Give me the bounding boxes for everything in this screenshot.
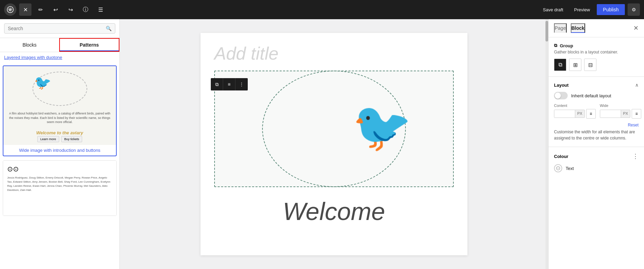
card1-welcome: Welcome to the aviary bbox=[3, 130, 116, 135]
content-unit: PX bbox=[575, 110, 584, 118]
save-draft-button[interactable]: Save draft bbox=[539, 5, 567, 14]
wide-unit: PX bbox=[621, 110, 630, 118]
toolbar-copy-btn[interactable]: ⧉ bbox=[211, 78, 223, 90]
pattern-card-aviary[interactable]: 🐦 A film about hobbyist bird watchers, a… bbox=[3, 65, 117, 156]
content-label: Content bbox=[554, 103, 596, 108]
layout-section: Layout ∧ Inherit default layout Content … bbox=[549, 77, 644, 147]
topbar-left: W ✕ ✏ ↩ ↪ ⓘ ☰ bbox=[4, 3, 536, 16]
group-icons-row: ⧉ ⊞ ⊟ bbox=[554, 59, 639, 71]
layout-header: Layout ∧ bbox=[554, 82, 639, 88]
wide-group: Wide PX ≡ bbox=[600, 103, 642, 119]
toolbar-align-btn[interactable]: ≡ bbox=[223, 78, 235, 90]
tab-blocks[interactable]: Blocks bbox=[0, 38, 59, 52]
card1-buy-btn[interactable]: Buy tickets bbox=[61, 136, 82, 142]
canvas-area: ⧉ ≡ ⋮ Add title 🐦 Welcome bbox=[120, 19, 548, 269]
redo-button[interactable]: ↪ bbox=[64, 3, 77, 16]
colour-more-button[interactable]: ⋮ bbox=[632, 152, 639, 160]
svg-text:W: W bbox=[9, 8, 12, 12]
sidebar-content: 🐦 A film about hobbyist bird watchers, a… bbox=[0, 63, 119, 269]
right-sidebar: Page Block ✕ ⧉ Group Gather blocks in a … bbox=[548, 19, 644, 269]
menu-button[interactable]: ☰ bbox=[94, 3, 107, 16]
card1-label[interactable]: Wide image with introduction and buttons bbox=[3, 145, 116, 156]
topbar: W ✕ ✏ ↩ ↪ ⓘ ☰ Save draft Preview Publish… bbox=[0, 0, 644, 19]
group-title-row: ⧉ Group bbox=[554, 43, 639, 48]
content-wide-row: Content PX ≡ Wide PX bbox=[554, 103, 639, 119]
wide-align-button[interactable]: ≡ bbox=[632, 109, 641, 119]
group-icon: ⧉ bbox=[554, 43, 557, 48]
pattern-card-credits[interactable]: ⊙⊙ Jesús Rodriguez, Doug Stilton, Emery … bbox=[3, 160, 117, 216]
tab-patterns[interactable]: Patterns bbox=[59, 38, 120, 52]
canvas-scroll[interactable]: ⧉ ≡ ⋮ Add title 🐦 Welcome bbox=[120, 19, 548, 269]
group-title: Group bbox=[560, 43, 573, 48]
preview-button[interactable]: Preview bbox=[570, 5, 594, 14]
wide-input-group: PX bbox=[600, 110, 631, 118]
group-icon-btn-1[interactable]: ⧉ bbox=[554, 59, 566, 71]
patterns-category-label[interactable]: Layered images with duotone bbox=[0, 52, 119, 63]
colour-text-row: Text bbox=[554, 164, 639, 172]
topbar-right: Save draft Preview Publish ⚙ bbox=[539, 3, 640, 16]
search-box: 🔍 bbox=[4, 23, 115, 34]
block-toolbar: ⧉ ≡ ⋮ bbox=[211, 78, 248, 90]
right-sidebar-header: Page Block ✕ bbox=[549, 19, 644, 37]
reset-button[interactable]: Reset bbox=[628, 123, 639, 127]
tab-block[interactable]: Block bbox=[571, 23, 585, 33]
canvas-title[interactable]: Add title bbox=[201, 33, 467, 67]
wide-label: Wide bbox=[600, 103, 642, 108]
sidebar-tabs: Blocks Patterns bbox=[0, 38, 119, 52]
layout-title: Layout bbox=[554, 83, 569, 88]
close-right-panel-button[interactable]: ✕ bbox=[633, 24, 639, 32]
pattern-card-preview-aviary: 🐦 A film about hobbyist bird watchers, a… bbox=[3, 66, 116, 145]
edit-button[interactable]: ✏ bbox=[34, 3, 47, 16]
wp-logo[interactable]: W bbox=[4, 3, 16, 16]
search-icon[interactable]: 🔍 bbox=[106, 26, 112, 31]
content-align-button[interactable]: ≡ bbox=[586, 109, 596, 119]
customise-text: Customise the width for all elements tha… bbox=[554, 127, 639, 141]
content-width-input[interactable] bbox=[554, 110, 575, 118]
left-sidebar: 🔍 Blocks Patterns Layered images with du… bbox=[0, 19, 120, 269]
card2-credits: Jesús Rodriguez, Doug Stilton, Emery Dri… bbox=[7, 176, 112, 192]
inherit-layout-toggle[interactable] bbox=[554, 92, 568, 99]
layout-collapse-button[interactable]: ∧ bbox=[635, 82, 639, 88]
canvas-page: ⧉ ≡ ⋮ Add title 🐦 Welcome bbox=[201, 33, 467, 255]
circles-icon: ⊙⊙ bbox=[7, 165, 19, 173]
colour-title: Colour bbox=[554, 154, 568, 159]
undo-button[interactable]: ↩ bbox=[49, 3, 62, 16]
tab-page[interactable]: Page bbox=[554, 23, 567, 33]
toolbar-more-btn[interactable]: ⋮ bbox=[235, 78, 248, 90]
group-icon-btn-2[interactable]: ⊞ bbox=[569, 59, 581, 71]
content-input-group: PX bbox=[554, 110, 585, 118]
card1-desc: A film about hobbyist bird watchers, a c… bbox=[3, 111, 116, 124]
info-button[interactable]: ⓘ bbox=[79, 3, 92, 16]
text-colour-label: Text bbox=[566, 166, 574, 171]
close-button[interactable]: ✕ bbox=[19, 3, 31, 16]
card1-learn-btn[interactable]: Learn more bbox=[37, 136, 59, 142]
publish-button[interactable]: Publish bbox=[597, 4, 625, 15]
sidebar-search: 🔍 bbox=[0, 19, 119, 38]
colour-section: Colour ⋮ Text bbox=[549, 147, 644, 178]
group-subtitle: Gather blocks in a layout container. bbox=[554, 50, 639, 54]
group-section: ⧉ Group Gather blocks in a layout contai… bbox=[549, 37, 644, 77]
colour-header: Colour ⋮ bbox=[554, 152, 639, 160]
content-group: Content PX ≡ bbox=[554, 103, 596, 119]
canvas-welcome-text[interactable]: Welcome bbox=[201, 191, 467, 232]
canvas-image-block[interactable]: 🐦 bbox=[214, 71, 454, 187]
settings-button[interactable]: ⚙ bbox=[628, 3, 640, 16]
inherit-layout-label: Inherit default layout bbox=[571, 93, 611, 98]
pattern-card-preview-credits: ⊙⊙ Jesús Rodriguez, Doug Stilton, Emery … bbox=[3, 161, 116, 216]
bird-illustration: 🐦 bbox=[352, 99, 412, 155]
text-colour-swatch[interactable] bbox=[554, 164, 562, 172]
search-input[interactable] bbox=[8, 26, 106, 31]
wide-width-input[interactable] bbox=[600, 110, 621, 118]
main-layout: 🔍 Blocks Patterns Layered images with du… bbox=[0, 19, 644, 269]
group-icon-btn-3[interactable]: ⊟ bbox=[584, 59, 596, 71]
inherit-layout-row: Inherit default layout bbox=[554, 92, 639, 99]
